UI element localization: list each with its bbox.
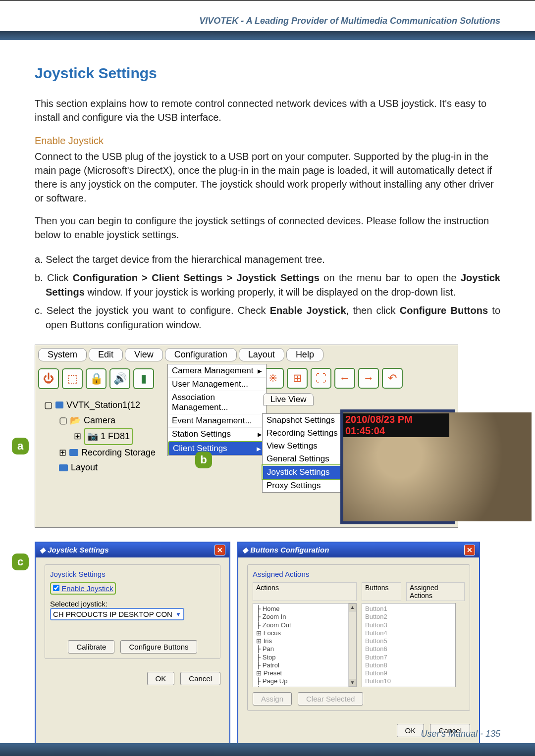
actions-listbox[interactable]: ├ Home ├ Zoom In ├ Zoom Out ⊞ Focus ⊞ Ir…: [253, 603, 357, 687]
callout-c: c: [12, 554, 29, 570]
forward-icon[interactable]: →: [358, 368, 379, 389]
submenu-recording[interactable]: Recording Settings: [263, 427, 343, 440]
power-icon[interactable]: ⏻: [38, 368, 59, 389]
header-brand: VIVOTEK - A Leading Provider of Multimed…: [199, 16, 500, 26]
actions-header: Actions: [253, 582, 357, 601]
close-icon[interactable]: ✕: [214, 545, 225, 555]
enable-joystick-label[interactable]: Enable Joystick: [61, 584, 113, 593]
submenu-joystick[interactable]: Joystick Settings: [263, 465, 343, 479]
tree-camera-folder[interactable]: ▢ 📂 Camera: [59, 413, 156, 428]
callout-a: a: [12, 438, 29, 454]
sound-icon[interactable]: 🔊: [109, 368, 130, 389]
callout-b: b: [195, 452, 212, 468]
selected-joystick-dropdown[interactable]: CH PRODUCTS IP DESKTOP CON▼: [50, 608, 184, 620]
undo-icon[interactable]: ↶: [382, 368, 403, 389]
stop-icon[interactable]: ▮: [133, 368, 154, 389]
assigned-header: Assigned Actions: [406, 582, 465, 601]
menu-item-camera-mgmt[interactable]: Camera Management ▸: [168, 364, 266, 378]
cancel-button[interactable]: Cancel: [180, 672, 220, 685]
enable-joystick-checkbox[interactable]: [53, 585, 59, 591]
lock-icon[interactable]: 🔒: [86, 368, 107, 389]
menu-configuration[interactable]: Configuration: [165, 348, 237, 361]
submenu-general[interactable]: General Settings: [263, 453, 343, 465]
fullscreen-icon[interactable]: ⛶: [311, 368, 331, 389]
configuration-menu[interactable]: Camera Management ▸ User Management... A…: [167, 364, 267, 456]
menu-item-client-settings[interactable]: Client Settings ▸: [168, 441, 266, 455]
menu-view[interactable]: View: [125, 348, 163, 361]
menu-help[interactable]: Help: [286, 348, 323, 361]
buttons-listbox[interactable]: Button1 Button2 Button3 Button4 Button5 …: [362, 603, 456, 687]
buttons-header: Buttons: [362, 582, 401, 601]
client-settings-submenu[interactable]: Snapshot Settings Recording Settings Vie…: [262, 413, 344, 493]
step-c: c. Select the joystick you want to confi…: [35, 303, 500, 332]
menu-layout[interactable]: Layout: [239, 348, 284, 361]
close-icon[interactable]: ✕: [464, 545, 475, 555]
camera-timestamp: 2010/08/23 PM 01:45:04: [343, 413, 449, 437]
intro-paragraph: This section explains how to remote cont…: [35, 97, 500, 124]
menu-item-user-mgmt[interactable]: User Management...: [168, 378, 266, 391]
menu-item-event-mgmt[interactable]: Event Management...: [168, 414, 266, 428]
menu-system[interactable]: System: [38, 348, 87, 361]
configure-buttons-button[interactable]: Configure Buttons: [120, 640, 197, 654]
scroll-up-icon[interactable]: ▲: [349, 604, 356, 611]
scrollbar[interactable]: ▲ ▼: [348, 604, 356, 687]
page-footer: User's Manual - 135: [421, 729, 500, 739]
subheading-enable: Enable Joystick: [35, 135, 500, 147]
group-joystick-settings: Joystick Settings: [50, 570, 215, 578]
dlg-title-joystick: Joystick Settings: [48, 546, 108, 554]
page-title: Joystick Settings: [35, 65, 500, 82]
assign-button[interactable]: Assign: [253, 692, 292, 706]
submenu-proxy[interactable]: Proxy Settings: [263, 479, 343, 492]
ok-button[interactable]: OK: [397, 724, 425, 737]
status-icon[interactable]: ⬚: [62, 368, 83, 389]
layout-icon[interactable]: ⊞: [287, 368, 308, 389]
back-icon[interactable]: ←: [334, 368, 355, 389]
menu-edit[interactable]: Edit: [89, 348, 123, 361]
tree-layout[interactable]: Layout: [59, 460, 156, 475]
joystick-settings-dialog: ◆ Joystick Settings ✕ Joystick Settings …: [35, 542, 230, 747]
paragraph-2: Then you can begin to configure the joys…: [35, 214, 500, 242]
step-a: a. Select the target device from the hie…: [35, 252, 500, 267]
tree-root[interactable]: ▢ VVTK_Station1(12: [44, 398, 156, 413]
dlg-title-buttons: Buttons Configuration: [250, 546, 329, 554]
calibrate-button[interactable]: Calibrate: [68, 640, 114, 654]
group-assigned-actions: Assigned Actions: [253, 570, 465, 578]
submenu-view[interactable]: View Settings: [263, 440, 343, 453]
tree-camera-item[interactable]: ⊞ 📷 1 FD81: [74, 428, 156, 445]
step-b: b. Click Configuration > Client Settings…: [35, 271, 500, 300]
menu-item-station-settings[interactable]: Station Settings ▸: [168, 428, 266, 441]
clear-selected-button[interactable]: Clear Selected: [298, 692, 363, 706]
paragraph-1: Connect to the USB plug of the joystick …: [35, 150, 500, 205]
selected-joystick-label: Selected joystick:: [50, 600, 107, 608]
submenu-snapshot[interactable]: Snapshot Settings: [263, 414, 343, 427]
buttons-config-dialog: ◆ Buttons Configuration ✕ Assigned Actio…: [237, 542, 480, 747]
scroll-down-icon[interactable]: ▼: [349, 679, 356, 687]
menu-item-assoc-mgmt[interactable]: Association Management...: [168, 391, 266, 414]
ok-button[interactable]: OK: [147, 672, 175, 685]
tree-storage[interactable]: ⊞ Recording Storage: [59, 445, 156, 460]
tab-live-view[interactable]: Live View: [263, 393, 314, 405]
